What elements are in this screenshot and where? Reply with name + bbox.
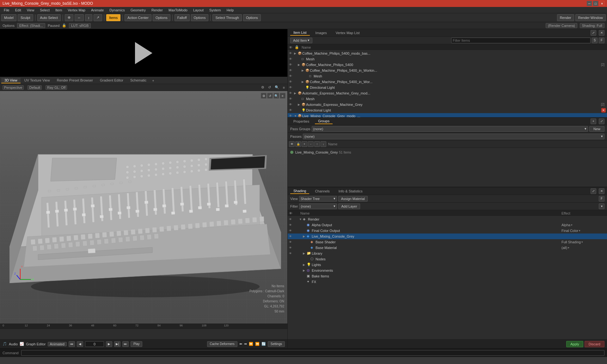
- skip-end-button[interactable]: ⏭: [122, 341, 129, 347]
- shade-row-library[interactable]: 👁 ▶ 📁 Library: [288, 251, 607, 256]
- render-button[interactable]: Render: [557, 14, 574, 21]
- list-item[interactable]: 👁 □ Mesh: [288, 96, 607, 102]
- menu-layout[interactable]: Layout: [191, 8, 206, 13]
- skip-start-button[interactable]: ⏮: [69, 341, 75, 347]
- shade-expand-icon[interactable]: ▶: [303, 252, 307, 255]
- tab-schematic[interactable]: Schematic: [127, 78, 150, 83]
- shader-tree-dropdown[interactable]: Shader Tree ▾: [299, 196, 337, 202]
- shade-row-base-material[interactable]: 👁 ◈ Base Material (all) ▾: [288, 245, 607, 251]
- panel-close-icon[interactable]: ✕: [599, 30, 604, 36]
- filter-items-input[interactable]: [451, 38, 591, 43]
- menu-select[interactable]: Select: [37, 8, 52, 13]
- item-expand-icon[interactable]: ▶: [298, 63, 302, 66]
- shade-row-bake-items[interactable]: ▣ Bake Items: [288, 273, 607, 279]
- expand-icon[interactable]: ⤢: [591, 30, 596, 36]
- props-expand-icon[interactable]: ⤢: [599, 118, 604, 124]
- timeline-body[interactable]: [0, 330, 287, 339]
- passes-dropdown[interactable]: (none) ▾: [303, 134, 604, 139]
- item-remove-button[interactable]: ✕: [601, 108, 606, 112]
- menu-render[interactable]: Render: [149, 8, 165, 13]
- filter-s-button[interactable]: S: [592, 38, 598, 43]
- select-through-button[interactable]: Select Through: [212, 14, 242, 21]
- shade-effect-arrow[interactable]: ▾: [581, 240, 583, 244]
- vp-corner-search[interactable]: 🔍: [273, 93, 279, 99]
- menu-dynamics[interactable]: Dynamics: [107, 8, 127, 13]
- shade-expand-icon[interactable]: ▶: [303, 263, 307, 266]
- options2-button[interactable]: Options: [191, 14, 209, 21]
- tab-gradient-editor[interactable]: Gradient Editor: [97, 78, 126, 83]
- list-item[interactable]: 👁 💡 Directional Light: [288, 85, 607, 90]
- graph-editor-label[interactable]: Graph Editor: [26, 342, 46, 346]
- menu-animate[interactable]: Animate: [89, 8, 106, 13]
- item-expand-icon[interactable]: ▶: [302, 69, 305, 72]
- item-list-content[interactable]: 👁 ▶ 📦 Coffee_Machine_Philips_5400_modo_b…: [288, 51, 607, 117]
- vp-more-icon[interactable]: ≡: [283, 86, 285, 89]
- animated-dropdown[interactable]: Animated: [48, 342, 67, 346]
- sculpt-button[interactable]: Sculpt: [18, 14, 33, 21]
- tab-3d-view[interactable]: 3D View: [1, 78, 21, 83]
- prev-frame-button[interactable]: ◀: [77, 341, 83, 347]
- shading-close-icon[interactable]: ✕: [599, 188, 604, 194]
- vp-corner-reset[interactable]: ↺: [267, 93, 273, 99]
- transform-2-button[interactable]: ↔: [75, 14, 84, 21]
- assign-material-button[interactable]: Assign Material: [338, 196, 368, 202]
- list-item[interactable]: 👁 ▶ 📦 Coffee_Machine_Philips_5400 [2]: [288, 62, 607, 68]
- shading-expand-icon[interactable]: ⤢: [591, 188, 596, 194]
- gst-down-btn[interactable]: ↓: [321, 141, 326, 147]
- shade-effect-arrow[interactable]: ▾: [568, 246, 569, 249]
- list-item[interactable]: 👁 💡 Directional Light ✕: [288, 107, 607, 113]
- item-expand-icon[interactable]: ▶: [302, 80, 305, 83]
- shade-row-live-mixing[interactable]: 👁 ▶ ◈ Live_Mixing_Console_Grey: [288, 234, 607, 239]
- default-label[interactable]: Default: [28, 85, 42, 90]
- new-button[interactable]: New: [589, 126, 604, 132]
- ray-gl-label[interactable]: Ray GL: Off: [46, 85, 67, 90]
- shade-row-render[interactable]: 👁 ▼ ◈ Render: [288, 216, 607, 222]
- list-item[interactable]: 👁 □ Mesh: [288, 73, 607, 79]
- pass-groups-dropdown[interactable]: (none) ▾: [312, 126, 588, 132]
- shade-row-final-color[interactable]: 👁 ◉ Final Color Output Final Color ▾: [288, 228, 607, 234]
- gst-up-btn[interactable]: ↑: [314, 141, 320, 147]
- perspective-label[interactable]: Perspective: [3, 85, 24, 90]
- command-input[interactable]: [21, 350, 604, 356]
- gst-add-btn[interactable]: +: [302, 141, 307, 147]
- menu-view[interactable]: View: [24, 8, 37, 13]
- shading-extra-btn[interactable]: ▾: [599, 203, 604, 209]
- tab-groups[interactable]: Groups: [315, 118, 333, 124]
- play-button[interactable]: Play: [131, 341, 142, 347]
- falloff-button[interactable]: Falloff: [175, 14, 190, 21]
- tab-info-statistics[interactable]: Info & Statistics: [335, 189, 366, 194]
- vp-corner-more[interactable]: ≡: [280, 93, 285, 99]
- discard-button[interactable]: Discard: [585, 341, 604, 347]
- menu-maxcomodo[interactable]: MaxToModo: [166, 8, 190, 13]
- list-item[interactable]: 👁 ▶ 📦 Coffee_Machine_Philips_5400_in_Wor…: [288, 68, 607, 73]
- shade-row-environments[interactable]: ▶ ◎ Environments: [288, 268, 607, 273]
- shade-row-alpha[interactable]: 👁 ◉ Alpha Output Alpha ▾: [288, 222, 607, 228]
- shading-content[interactable]: 👁 ▼ ◈ Render 👁 ◉ Alpha Output Alpha ▾: [288, 216, 607, 339]
- shading-f-btn[interactable]: F: [599, 196, 604, 202]
- shade-row-nodes[interactable]: ⬡ Nodes: [288, 256, 607, 262]
- vp-reset-icon[interactable]: ↺: [268, 85, 271, 89]
- settings-button[interactable]: Settings: [268, 341, 285, 347]
- item-expand-icon[interactable]: ▶: [294, 52, 298, 55]
- tab-shading[interactable]: Shading: [290, 188, 309, 194]
- tab-properties[interactable]: Properties: [290, 119, 312, 124]
- props-plus-icon[interactable]: +: [591, 118, 596, 124]
- list-item[interactable]: 👁 ▶ 📦 Coffee_Machine_Philips_5400_modo_b…: [288, 51, 607, 56]
- gst-lock-btn[interactable]: 🔒: [295, 141, 301, 147]
- items-button[interactable]: Items: [106, 14, 120, 21]
- item-expand-icon[interactable]: ▶: [294, 92, 298, 95]
- tab-images[interactable]: Images: [312, 30, 330, 35]
- close-button[interactable]: ✕: [599, 1, 604, 6]
- list-item[interactable]: 👁 ▶ 📦 Automatic_Espresso_Machine_Grey [2…: [288, 102, 607, 107]
- list-item[interactable]: 👁 ▶ 📦 Automatic_Espresso_Machine_Grey_mo…: [288, 90, 607, 96]
- item-expand-icon[interactable]: ▼: [294, 114, 298, 118]
- filter-dropdown[interactable]: (none) ▾: [299, 203, 337, 209]
- list-item[interactable]: 👁 ▶ 📦 Coffee_Machine_Philips_5400_in_Wor…: [288, 79, 607, 85]
- options1-button[interactable]: Options: [153, 14, 170, 21]
- list-item[interactable]: 👁 □ Mesh: [288, 56, 607, 62]
- gst-eye-btn[interactable]: 👁: [289, 141, 295, 147]
- shade-row-lights[interactable]: ▶ 💡 Lights: [288, 262, 607, 268]
- gst-remove-btn[interactable]: -: [308, 141, 314, 147]
- viewport-3d[interactable]: Y X Z No Items Polygons : Catmull-Clark …: [0, 91, 287, 324]
- menu-system[interactable]: System: [207, 8, 224, 13]
